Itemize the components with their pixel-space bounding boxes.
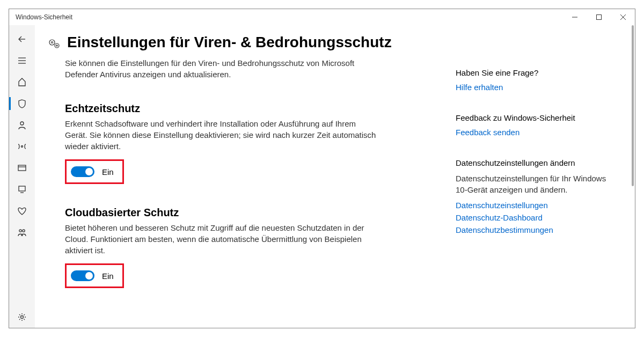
help-link[interactable]: Hilfe erhalten: [456, 83, 611, 92]
svg-point-20: [56, 45, 57, 46]
sidebar-item-account[interactable]: [9, 114, 35, 136]
minimize-button[interactable]: [562, 9, 587, 25]
section-cloud: Cloudbasierter Schutz Bietet höheren und…: [65, 207, 376, 288]
sidebar-item-family[interactable]: [9, 222, 35, 243]
cloud-toggle[interactable]: [71, 270, 94, 281]
section-title: Echtzeitschutz: [65, 102, 376, 115]
sidebar-item-device-security[interactable]: [9, 179, 35, 200]
aside-privacy: Datenschutzeinstellungen ändern Datensch…: [456, 158, 611, 234]
window-frame: Windows-Sicherheit: [9, 9, 635, 328]
content-area: Einstellungen für Viren- & Bedrohungssch…: [35, 25, 635, 328]
page-description: Sie können die Einstellungen für den Vir…: [65, 57, 365, 80]
scrollbar[interactable]: [630, 25, 635, 328]
realtime-toggle[interactable]: [71, 166, 94, 177]
svg-rect-12: [19, 186, 25, 191]
feedback-link[interactable]: Feedback senden: [456, 128, 611, 137]
svg-point-8: [20, 122, 24, 125]
gears-icon: [48, 37, 61, 52]
aside-help: Haben Sie eine Frage? Hilfe erhalten: [456, 68, 611, 92]
aside-title: Feedback zu Windows-Sicherheit: [456, 113, 611, 122]
close-button[interactable]: [611, 9, 635, 25]
page-title: Einstellungen für Viren- & Bedrohungssch…: [67, 33, 392, 52]
menu-button[interactable]: [9, 50, 35, 71]
toggle-label: Ein: [102, 167, 114, 177]
aside-text: Datenschutzeinstellungen für Ihr Windows…: [456, 173, 611, 195]
privacy-statement-link[interactable]: Datenschutzbestimmungen: [456, 225, 611, 234]
aside-feedback: Feedback zu Windows-Sicherheit Feedback …: [456, 113, 611, 137]
svg-point-15: [23, 230, 25, 232]
sidebar-item-settings[interactable]: [9, 306, 35, 328]
svg-point-19: [55, 43, 59, 48]
section-realtime: Echtzeitschutz Erkennt Schadsoftware und…: [65, 102, 376, 184]
titlebar: Windows-Sicherheit: [9, 9, 635, 25]
svg-point-14: [19, 230, 21, 232]
svg-point-18: [52, 42, 53, 43]
aside-title: Haben Sie eine Frage?: [456, 68, 611, 77]
sidebar-item-firewall[interactable]: [9, 136, 35, 157]
sidebar: [9, 25, 35, 328]
section-title: Cloudbasierter Schutz: [65, 207, 376, 219]
sidebar-item-health[interactable]: [9, 200, 35, 222]
aside-column: Haben Sie eine Frage? Hilfe erhalten Fee…: [456, 33, 611, 328]
window-title: Windows-Sicherheit: [16, 13, 72, 21]
section-description: Bietet höheren und besseren Schutz mit Z…: [65, 222, 376, 256]
maximize-button[interactable]: [587, 9, 611, 25]
svg-point-17: [49, 40, 55, 45]
highlight-box-realtime: Ein: [65, 159, 124, 184]
svg-point-9: [21, 146, 23, 148]
highlight-box-cloud: Ein: [65, 263, 124, 288]
sidebar-item-app-control[interactable]: [9, 157, 35, 179]
title-row: Einstellungen für Viren- & Bedrohungssch…: [48, 33, 398, 52]
svg-point-16: [21, 316, 24, 319]
privacy-settings-link[interactable]: Datenschutzeinstellungen: [456, 201, 611, 210]
aside-title: Datenschutzeinstellungen ändern: [456, 158, 611, 167]
titlebar-controls: [562, 9, 635, 25]
back-button[interactable]: [9, 28, 35, 50]
section-description: Erkennt Schadsoftware und verhindert ihr…: [65, 118, 376, 152]
sidebar-item-virus[interactable]: [9, 93, 35, 114]
scrollbar-thumb[interactable]: [632, 25, 634, 186]
privacy-dashboard-link[interactable]: Datenschutz-Dashboard: [456, 213, 611, 222]
body-area: Einstellungen für Viren- & Bedrohungssch…: [9, 25, 635, 328]
svg-rect-1: [596, 15, 601, 20]
svg-rect-10: [18, 165, 26, 171]
toggle-label: Ein: [102, 271, 114, 281]
sidebar-item-home[interactable]: [9, 71, 35, 93]
main-column: Einstellungen für Viren- & Bedrohungssch…: [65, 33, 398, 328]
